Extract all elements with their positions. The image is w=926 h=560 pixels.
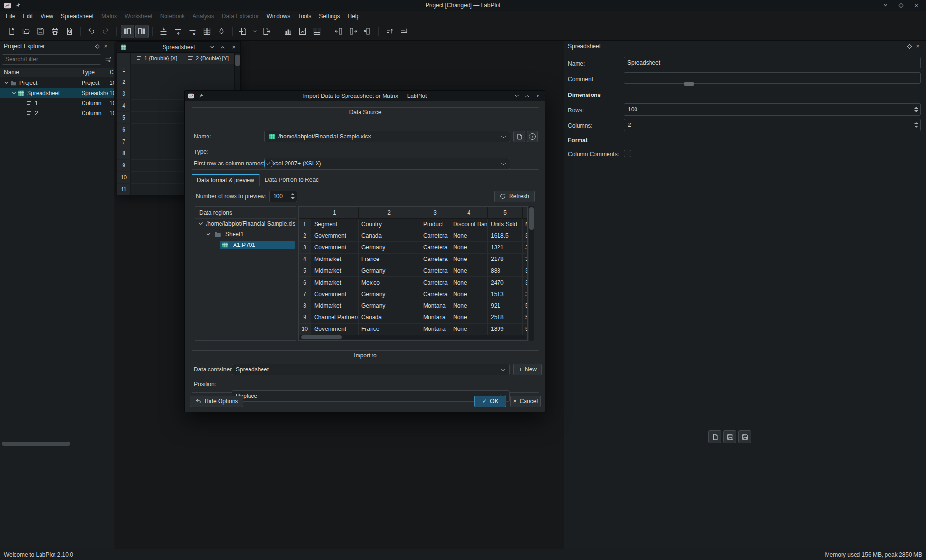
preview-cell[interactable]: Segment xyxy=(311,219,359,230)
preview-cell[interactable]: Carretera xyxy=(420,265,450,277)
spin-up-icon[interactable] xyxy=(914,107,918,109)
preview-cell[interactable]: 2518 xyxy=(488,312,523,324)
menu-help[interactable]: Help xyxy=(344,11,364,22)
preview-cell[interactable]: None xyxy=(450,300,488,312)
scrollbar-thumb[interactable] xyxy=(529,207,534,230)
preview-cell[interactable]: 3 xyxy=(523,242,528,253)
expand-chevron-icon[interactable] xyxy=(3,80,10,86)
print-button[interactable] xyxy=(48,25,62,38)
preview-cell[interactable]: Government xyxy=(311,288,359,300)
pin-icon[interactable] xyxy=(15,2,21,9)
preview-cell[interactable]: Government xyxy=(311,230,359,242)
scrollbar-thumb[interactable] xyxy=(235,55,240,66)
dialog-titlebar[interactable]: Import Data to Spreadsheet or Matrix — L… xyxy=(185,91,545,101)
spin-down-icon[interactable] xyxy=(914,110,918,112)
preview-column-header[interactable]: 4 xyxy=(450,207,488,219)
preview-cell[interactable]: Units Sold xyxy=(488,219,523,230)
preview-row-header[interactable]: 8 xyxy=(299,300,311,312)
preview-cell[interactable]: 3 xyxy=(523,230,528,242)
preview-row-header[interactable]: 7 xyxy=(299,288,311,300)
spin-up-icon[interactable] xyxy=(291,193,295,195)
preview-cell[interactable]: France xyxy=(359,324,420,335)
new-project-button[interactable] xyxy=(5,25,18,38)
expand-chevron-icon[interactable] xyxy=(197,220,204,227)
preview-cell[interactable]: 3 xyxy=(523,265,528,277)
preview-row-header[interactable]: 5 xyxy=(299,265,311,277)
spreadsheet-cell[interactable] xyxy=(131,76,182,88)
toggle-project-explorer-button[interactable] xyxy=(121,25,134,38)
maximize-icon[interactable] xyxy=(219,43,227,51)
spinbox-arrows[interactable] xyxy=(912,104,920,115)
refresh-button[interactable]: Refresh xyxy=(494,191,535,202)
tab-data-portion-to-read[interactable]: Data Portion to Read xyxy=(260,174,324,186)
undo-button[interactable] xyxy=(84,25,98,38)
preview-cell[interactable]: 1618.5 xyxy=(488,230,523,242)
project-tree-column-headers[interactable]: Name Type C xyxy=(0,68,114,77)
save-template-button[interactable] xyxy=(723,430,736,443)
file-info-button[interactable]: i xyxy=(527,131,538,142)
preview-cell[interactable]: None xyxy=(450,277,488,288)
row-number[interactable]: 10 xyxy=(117,172,131,184)
comment-input[interactable] xyxy=(624,72,921,84)
preview-cell[interactable]: None xyxy=(450,230,488,242)
preview-horizontal-scrollbar[interactable] xyxy=(300,335,526,339)
row-number[interactable]: 4 xyxy=(117,100,131,112)
position-combobox[interactable]: Replace xyxy=(232,390,510,402)
preview-vertical-scrollbar[interactable] xyxy=(529,206,534,341)
preview-row-header[interactable]: 4 xyxy=(299,254,311,265)
print-preview-button[interactable] xyxy=(63,25,76,38)
row-number[interactable]: 11 xyxy=(117,184,131,195)
row-number[interactable]: 2 xyxy=(117,76,131,88)
spreadsheet-grid-button[interactable] xyxy=(310,25,324,38)
statistics-button[interactable] xyxy=(296,25,309,38)
search-input[interactable] xyxy=(2,54,101,65)
preview-cell[interactable]: Germany xyxy=(359,288,420,300)
preview-cell[interactable]: Midmarket xyxy=(311,277,359,288)
data-region-row[interactable]: /home/labplot/Financial Sample.xlsx xyxy=(195,219,296,229)
close-icon[interactable]: × xyxy=(912,1,920,9)
row-number[interactable]: 5 xyxy=(117,112,131,124)
insert-column-right-button[interactable] xyxy=(346,25,360,38)
spreadsheet-cell[interactable] xyxy=(131,88,182,100)
window-titlebar[interactable]: Project [Changed] — LabPlot × xyxy=(0,0,926,11)
close-icon[interactable]: × xyxy=(534,92,542,100)
preview-column-header[interactable]: 3 xyxy=(420,207,450,219)
spin-up-icon[interactable] xyxy=(914,122,918,124)
preview-cell[interactable]: Montana xyxy=(420,300,450,312)
project-explorer-horizontal-scrollbar[interactable] xyxy=(2,442,70,446)
column-header-created[interactable]: C xyxy=(108,68,114,77)
preview-cell[interactable]: Discount Band xyxy=(450,219,488,230)
minimize-icon[interactable] xyxy=(882,1,889,9)
menu-windows[interactable]: Windows xyxy=(263,11,294,22)
data-region-row[interactable]: A1:P701 xyxy=(195,240,296,250)
tab-data-format-preview[interactable]: Data format & preview xyxy=(192,174,260,186)
preview-column-header[interactable]: 2 xyxy=(359,207,420,219)
column-header-type[interactable]: Type xyxy=(78,68,108,77)
preview-row-header[interactable]: 6 xyxy=(299,277,311,288)
file-name-combobox[interactable]: /home/labplot/Financial Sample.xlsx xyxy=(264,131,510,142)
properties-header[interactable]: Spreadsheet × xyxy=(564,41,926,52)
preview-cell[interactable]: 3 xyxy=(523,277,528,288)
insert-row-above-button[interactable] xyxy=(157,25,170,38)
toggle-grid-button[interactable] xyxy=(200,25,214,38)
menu-file[interactable]: File xyxy=(2,11,19,22)
scrollbar-thumb[interactable] xyxy=(301,335,342,339)
columns-spinbox[interactable]: 2 xyxy=(624,119,921,131)
float-dock-icon[interactable] xyxy=(93,42,101,50)
preview-cell[interactable]: Carretera xyxy=(420,242,450,253)
import-file-button[interactable] xyxy=(236,25,250,38)
new-container-button[interactable]: + New xyxy=(513,364,542,375)
preview-cell[interactable]: 3 xyxy=(523,254,528,265)
preview-cell[interactable]: Carretera xyxy=(420,254,450,265)
column-header-name[interactable]: Name xyxy=(0,68,78,77)
spinbox-arrows[interactable] xyxy=(289,191,297,202)
remove-columns-button[interactable] xyxy=(361,25,374,38)
maximize-icon[interactable] xyxy=(524,92,531,100)
preview-cell[interactable]: 5 xyxy=(523,312,528,324)
project-tree-row-spreadsheet[interactable]: SpreadsheetSpreadsheet10 xyxy=(0,88,114,98)
preview-cell[interactable]: 1899 xyxy=(488,324,523,335)
preview-cell[interactable]: Carretera xyxy=(420,288,450,300)
file-type-combobox[interactable]: Excel 2007+ (XSLX) xyxy=(264,158,510,169)
spreadsheet-cell[interactable] xyxy=(131,124,182,136)
preview-cell[interactable]: 1321 xyxy=(488,242,523,253)
